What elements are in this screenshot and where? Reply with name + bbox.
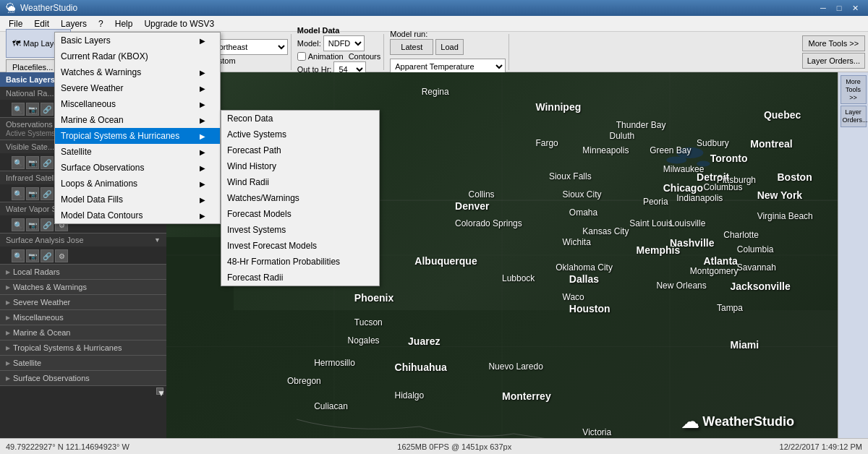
surface-analysis-icons: 🔍 📷 🔗 ⚙ [12, 249, 161, 262]
more-tools-button[interactable]: More Tools >> [802, 35, 865, 51]
vs-icon-3[interactable]: 🔗 [41, 156, 54, 169]
sa-icon-1[interactable]: 🔍 [12, 249, 25, 262]
surface-obs-header[interactable]: ▶ Surface Observations [0, 371, 166, 385]
close-button[interactable]: ✕ [848, 2, 862, 14]
menu-help[interactable]: Help [109, 16, 139, 32]
is-icon-1[interactable]: 🔍 [12, 187, 25, 200]
layers-dropdown: Basic Layers ▶ Current Radar (KBOX) Watc… [54, 32, 221, 224]
surface-obs-item[interactable]: Surface Observations ▶ [55, 160, 220, 176]
forecast-models-item[interactable]: Forecast Models [221, 206, 379, 222]
menu-upgrade[interactable]: Upgrade to WSV3 [138, 16, 220, 32]
statusbar: 49.79222927° N 121.14694923° W 1625MB 0F… [0, 438, 868, 454]
watches-warnings-sub-item[interactable]: Watches/Warnings [221, 190, 379, 206]
severe-weather-item[interactable]: Severe Weather ▶ [55, 80, 220, 96]
arrow-icon: ▶ [200, 37, 205, 45]
watches-warnings-header[interactable]: ▶ Watches & Warnings [0, 280, 166, 294]
tropical-systems-header[interactable]: ▶ Tropical Systems & Hurricanes [0, 340, 166, 355]
arrow-icon4: ▶ [200, 100, 205, 108]
arrow-icon3: ▶ [200, 85, 205, 93]
more-tools-side-button[interactable]: MoreTools >> [841, 75, 867, 104]
surface-analysis-title[interactable]: Surface Analysis Jose ▼ [0, 234, 166, 247]
satellite-section: ▶ Satellite [0, 356, 166, 371]
loops-animations-item[interactable]: Loops & Animations ▶ [55, 176, 220, 192]
model-select[interactable]: NDFD [323, 35, 365, 51]
invest-systems-item[interactable]: Invest Systems [221, 222, 379, 238]
basic-layers-item[interactable]: Basic Layers ▶ [55, 33, 220, 48]
sa-icon-2[interactable]: 📷 [26, 249, 39, 262]
watches-warnings-section: ▶ Watches & Warnings [0, 280, 166, 295]
watches-warnings-item[interactable]: Watches & Warnings ▶ [55, 64, 220, 80]
forecast-radii-item[interactable]: Forecast Radii [221, 270, 379, 286]
is-icon-3[interactable]: 🔗 [41, 187, 54, 200]
wv-icon-1[interactable]: 🔍 [12, 218, 25, 231]
model-data-fills-item[interactable]: Model Data Fills ▶ [55, 192, 220, 207]
weatherstudio-logo: ☁ WeatherStudio [681, 412, 794, 432]
forecast-path-item[interactable]: Forecast Path [221, 142, 379, 158]
logo-icon: ☁ [681, 412, 699, 432]
load-button[interactable]: Load [435, 39, 463, 55]
satellite-item[interactable]: Satellite ▶ [55, 144, 220, 160]
window-controls: ─ □ ✕ [816, 2, 862, 14]
menu-help-q[interactable]: ? [93, 16, 109, 32]
scroll-down-icon[interactable]: ▼ [156, 387, 163, 395]
tropical-submenu: Recon Data Active Systems Forecast Path … [221, 110, 380, 286]
sa-icon-4[interactable]: ⚙ [55, 249, 68, 262]
latest-button[interactable]: Latest [390, 39, 433, 55]
right-panel: MoreTools >> LayerOrders... [838, 72, 868, 438]
severe-weather-header[interactable]: ▶ Severe Weather [0, 295, 166, 309]
active-systems-item[interactable]: Active Systems [221, 127, 379, 142]
arrow-icon5: ▶ [200, 116, 205, 124]
local-radars-section: ▶ Local Radars [0, 265, 166, 280]
logo-text: WeatherStudio [702, 414, 794, 429]
marine-ocean-header[interactable]: ▶ Marine & Ocean [0, 325, 166, 340]
chevron-down-icon5: ▼ [154, 236, 161, 244]
recon-data-item[interactable]: Recon Data [221, 111, 379, 127]
model-run-group: Model run: Latest Load Apparent Temperat… [387, 34, 509, 70]
48hr-formation-item[interactable]: 48-Hr Formation Probabilities [221, 254, 379, 270]
title-text: WeatherStudio [20, 3, 816, 13]
minimize-button[interactable]: ─ [816, 2, 830, 14]
radar-icon-2[interactable]: 📷 [26, 103, 39, 116]
scroll-area: ▼ [0, 386, 166, 396]
datetime-text: 12/22/2017 1:49:12 PM [780, 442, 862, 451]
surface-analysis-section: Surface Analysis Jose ▼ 🔍 📷 🔗 ⚙ [0, 234, 166, 265]
model-data-contours-item[interactable]: Model Data Contours ▶ [55, 207, 220, 223]
wv-icon-3[interactable]: 🔗 [41, 218, 54, 231]
svg-point-6 [676, 147, 703, 158]
vs-icon-1[interactable]: 🔍 [12, 156, 25, 169]
wv-icon-2[interactable]: 📷 [26, 218, 39, 231]
basic-layers-title: Basic Layers [6, 75, 55, 84]
arrow-icon6: ▶ [200, 132, 205, 140]
miscellaneous-header[interactable]: ▶ Miscellaneous [0, 310, 166, 325]
layer-orders-side-button[interactable]: LayerOrders... [841, 106, 867, 127]
invest-forecast-models-item[interactable]: Invest Forecast Models [221, 238, 379, 254]
arrow-icon10: ▶ [200, 196, 205, 204]
radar-icon-1[interactable]: 🔍 [12, 103, 25, 116]
satellite-header[interactable]: ▶ Satellite [0, 356, 166, 370]
miscellaneous-section: ▶ Miscellaneous [0, 310, 166, 325]
miscellaneous-item[interactable]: Miscellaneous ▶ [55, 96, 220, 112]
maximize-button[interactable]: □ [832, 2, 846, 14]
tropical-systems-section: ▶ Tropical Systems & Hurricanes [0, 340, 166, 356]
wind-radii-item[interactable]: Wind Radii [221, 174, 379, 190]
is-icon-2[interactable]: 📷 [26, 187, 39, 200]
layer-orders-button[interactable]: Layer Orders... [802, 53, 865, 69]
vs-icon-2[interactable]: 📷 [26, 156, 39, 169]
sa-icon-3[interactable]: 🔗 [41, 249, 54, 262]
model-label: Model: [297, 39, 321, 48]
performance-text: 1625MB 0FPS @ 1451px 637px [397, 442, 511, 451]
model-data-label: Model Data [297, 26, 381, 35]
current-radar-item[interactable]: Current Radar (KBOX) [55, 48, 220, 64]
marine-ocean-item[interactable]: Marine & Ocean ▶ [55, 112, 220, 128]
surface-obs-section: ▶ Surface Observations [0, 371, 166, 386]
animation-checkbox[interactable] [297, 52, 306, 61]
local-radars-header[interactable]: ▶ Local Radars [0, 265, 166, 279]
triangle-icon6: ▶ [6, 345, 10, 351]
triangle-icon4: ▶ [6, 314, 10, 321]
radar-icon-3[interactable]: 🔗 [41, 103, 54, 116]
model-data-group: Model Data Model: NDFD Animation Contour… [294, 34, 385, 70]
tropical-systems-item[interactable]: Tropical Systems & Hurricanes ▶ [55, 128, 220, 144]
surface-analysis-content: 🔍 📷 🔗 ⚙ [0, 247, 166, 264]
triangle-icon8: ▶ [6, 375, 10, 382]
wind-history-item[interactable]: Wind History [221, 158, 379, 174]
